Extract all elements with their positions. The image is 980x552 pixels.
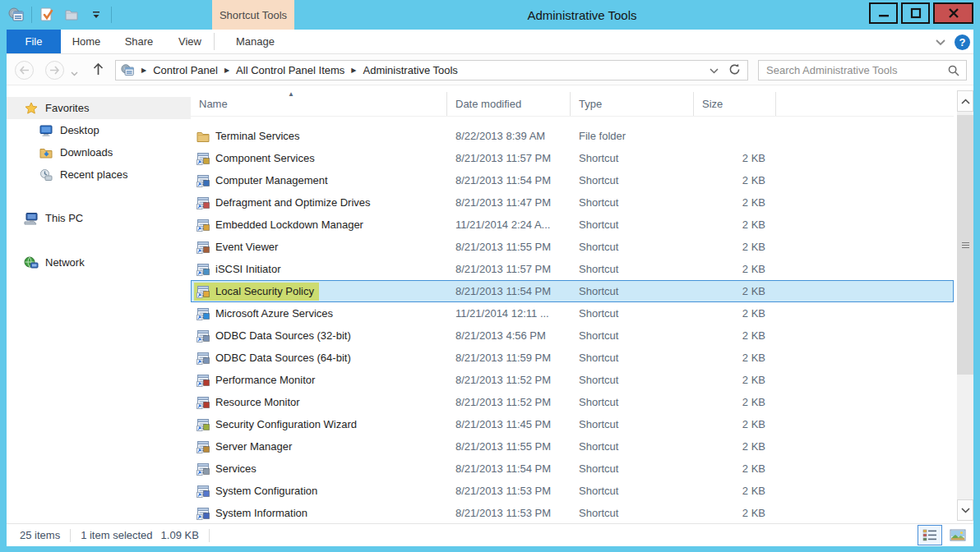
file-date-modified: 11/21/2014 2:24 A... bbox=[447, 218, 571, 231]
table-row[interactable]: System Configuration 8/21/2013 11:53 PM … bbox=[191, 480, 954, 502]
file-date-modified: 8/21/2013 11:54 PM bbox=[447, 462, 571, 475]
tab-view[interactable]: View bbox=[166, 30, 214, 53]
file-date-modified: 8/21/2013 11:53 PM bbox=[447, 507, 571, 519]
back-button[interactable] bbox=[15, 61, 34, 80]
recent-locations-chevron-icon[interactable] bbox=[71, 67, 78, 79]
table-row[interactable]: Server Manager 8/21/2013 11:55 PM Shortc… bbox=[191, 435, 954, 458]
address-dropdown-chevron-icon[interactable] bbox=[710, 64, 719, 76]
file-type: Shortcut bbox=[571, 418, 694, 430]
column-header-date-modified[interactable]: Date modified bbox=[447, 92, 571, 116]
column-header-name[interactable]: Name ▲ bbox=[191, 92, 447, 116]
tab-share[interactable]: Share bbox=[112, 30, 166, 53]
table-row[interactable]: ODBC Data Sources (32-bit) 8/21/2013 4:5… bbox=[191, 324, 954, 347]
address-bar[interactable]: ▶ Control Panel ▶ All Control Panel Item… bbox=[115, 60, 748, 80]
file-date-modified: 8/21/2013 11:52 PM bbox=[447, 396, 571, 408]
table-row[interactable]: Event Viewer 8/21/2013 11:55 PM Shortcut… bbox=[191, 236, 954, 258]
table-row[interactable]: Performance Monitor 8/21/2013 11:52 PM S… bbox=[191, 369, 954, 391]
new-folder-icon[interactable] bbox=[62, 5, 81, 25]
scrollbar-thumb[interactable] bbox=[957, 115, 973, 375]
search-input[interactable] bbox=[759, 64, 948, 76]
maximize-button[interactable] bbox=[901, 2, 930, 24]
azure-services-icon bbox=[196, 307, 210, 320]
table-row[interactable]: Services 8/21/2013 11:54 PM Shortcut 2 K… bbox=[191, 458, 954, 480]
sidebar-item-this-pc[interactable]: This PC bbox=[7, 207, 191, 229]
file-size: 2 KB bbox=[694, 174, 776, 186]
sidebar-item-downloads[interactable]: Downloads bbox=[7, 141, 191, 163]
toolbar-divider bbox=[111, 7, 112, 23]
table-row[interactable]: Component Services 8/21/2013 11:57 PM Sh… bbox=[191, 147, 954, 169]
up-button[interactable] bbox=[92, 62, 104, 79]
file-type: File folder bbox=[571, 130, 694, 142]
file-date-modified: 8/22/2013 8:39 AM bbox=[447, 130, 571, 142]
table-row[interactable]: ODBC Data Sources (64-bit) 8/21/2013 11:… bbox=[191, 347, 954, 369]
help-icon[interactable]: ? bbox=[955, 34, 970, 50]
file-name: Server Manager bbox=[215, 440, 292, 453]
column-header-size[interactable]: Size bbox=[694, 92, 776, 116]
file-size: 2 KB bbox=[694, 196, 776, 209]
performance-monitor-icon bbox=[196, 374, 210, 387]
file-type: Shortcut bbox=[571, 152, 694, 164]
file-name: System Information bbox=[215, 507, 307, 519]
file-name: Defragment and Optimize Drives bbox=[215, 196, 371, 209]
properties-icon[interactable] bbox=[37, 5, 57, 25]
table-row[interactable]: iSCSI Initiator 8/21/2013 11:57 PM Short… bbox=[191, 258, 954, 280]
table-row[interactable]: Computer Management 8/21/2013 11:54 PM S… bbox=[191, 169, 954, 191]
table-row[interactable]: Resource Monitor 8/21/2013 11:52 PM Shor… bbox=[191, 391, 954, 413]
breadcrumb-all-control-panel-items[interactable]: All Control Panel Items bbox=[236, 64, 344, 76]
odbc-icon bbox=[196, 352, 210, 365]
tab-home[interactable]: Home bbox=[61, 30, 112, 53]
sidebar-item-desktop[interactable]: Desktop bbox=[7, 119, 191, 141]
file-date-modified: 8/21/2013 11:45 PM bbox=[447, 418, 571, 430]
explorer-window: Shortcut Tools Administrative Tools File… bbox=[0, 0, 980, 552]
table-row[interactable]: Local Security Policy 8/21/2013 11:54 PM… bbox=[191, 280, 954, 302]
column-header-type[interactable]: Type bbox=[571, 92, 694, 116]
star-icon bbox=[24, 102, 39, 115]
table-row[interactable]: Terminal Services 8/22/2013 8:39 AM File… bbox=[191, 125, 954, 147]
column-headers: Name ▲ Date modified Type Size bbox=[191, 92, 954, 117]
sidebar-item-label: Network bbox=[45, 256, 85, 269]
search-icon[interactable] bbox=[948, 65, 966, 76]
status-bar: 25 items 1 item selected 1.09 KB bbox=[7, 523, 973, 546]
table-row[interactable]: Microsoft Azure Services 11/21/2014 12:1… bbox=[191, 302, 954, 324]
refresh-icon[interactable] bbox=[728, 63, 741, 78]
table-row[interactable]: Defragment and Optimize Drives 8/21/2013… bbox=[191, 191, 954, 214]
collapse-ribbon-chevron-icon[interactable] bbox=[935, 36, 946, 48]
sidebar-item-network[interactable]: Network bbox=[7, 251, 191, 274]
details-view-button[interactable] bbox=[918, 525, 942, 545]
file-name: Performance Monitor bbox=[215, 374, 315, 386]
control-panel-icon[interactable] bbox=[7, 5, 26, 25]
breadcrumb-arrow-icon: ▶ bbox=[344, 67, 363, 74]
file-date-modified: 8/21/2013 4:56 PM bbox=[447, 329, 571, 342]
table-row[interactable]: System Information 8/21/2013 11:53 PM Sh… bbox=[191, 502, 954, 523]
iscsi-initiator-icon bbox=[196, 263, 210, 276]
table-row[interactable]: Embedded Lockdown Manager 11/21/2014 2:2… bbox=[191, 214, 954, 236]
breadcrumb-control-panel[interactable]: Control Panel bbox=[153, 64, 218, 76]
tab-manage[interactable]: Manage bbox=[215, 30, 296, 53]
file-type: Shortcut bbox=[571, 263, 694, 275]
sidebar-item-favorites[interactable]: Favorites bbox=[7, 97, 191, 119]
file-size: 2 KB bbox=[694, 462, 776, 475]
this-pc-icon bbox=[24, 212, 39, 225]
scrollbar-up-button[interactable] bbox=[957, 90, 973, 112]
large-icons-view-button[interactable] bbox=[945, 525, 970, 545]
file-size: 2 KB bbox=[694, 307, 776, 320]
tab-file[interactable]: File bbox=[7, 30, 61, 53]
breadcrumb-administrative-tools[interactable]: Administrative Tools bbox=[363, 64, 457, 76]
sidebar-item-label: Favorites bbox=[45, 102, 89, 114]
file-name: Local Security Policy bbox=[215, 285, 314, 297]
sidebar-item-label: Downloads bbox=[60, 146, 113, 159]
customize-toolbar-chevron-icon[interactable] bbox=[86, 5, 106, 25]
table-row[interactable]: Security Configuration Wizard 8/21/2013 … bbox=[191, 413, 954, 435]
sidebar-item-recent-places[interactable]: Recent places bbox=[7, 163, 191, 186]
file-size: 2 KB bbox=[694, 241, 776, 253]
status-divider bbox=[209, 529, 210, 542]
file-name: iSCSI Initiator bbox=[215, 263, 280, 275]
minimize-button[interactable] bbox=[869, 2, 898, 24]
file-type: Shortcut bbox=[571, 507, 694, 519]
close-button[interactable] bbox=[933, 2, 973, 24]
forward-button[interactable] bbox=[45, 61, 64, 80]
folder-icon bbox=[196, 130, 210, 143]
file-type: Shortcut bbox=[571, 485, 694, 497]
scrollbar-track[interactable] bbox=[957, 112, 973, 499]
scrollbar-down-button[interactable] bbox=[957, 499, 973, 521]
